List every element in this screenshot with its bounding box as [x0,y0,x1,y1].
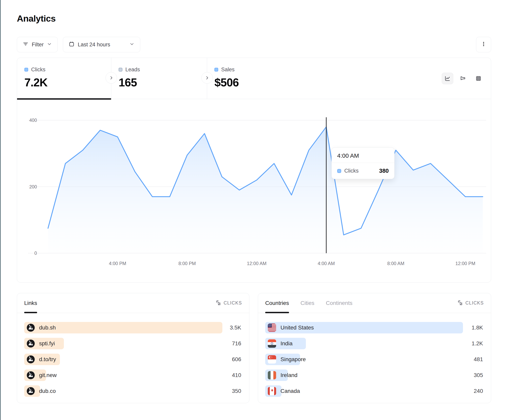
svg-text:12:00 PM: 12:00 PM [456,261,476,266]
tab-cities[interactable]: Cities [300,293,314,313]
tab-countries[interactable]: Countries [265,293,289,313]
svg-text:12:00 AM: 12:00 AM [247,261,266,266]
line-chart-view-button[interactable] [442,73,453,84]
tab-continents[interactable]: Continents [326,293,352,313]
filter-icon [22,41,29,48]
dub-logo-icon [27,324,35,332]
country-clicks: 481 [474,356,484,362]
chevron-down-icon [47,41,52,48]
clicks-area-chart[interactable]: 02004004:00 PM8:00 PM12:00 AM4:00 AM8:00… [17,99,491,282]
chart-canvas: 02004004:00 PM8:00 PM12:00 AM4:00 AM8:00… [17,99,491,282]
us-flag-icon [268,324,276,332]
link-clicks: 716 [232,340,242,347]
cursor-click-icon [457,300,463,306]
kebab-menu-icon [481,41,486,48]
leads-value: 165 [119,76,207,89]
chevron-down-icon [129,41,134,48]
stat-label: Sales [221,66,235,73]
singapore-flag-icon [268,355,276,363]
country-row-india[interactable]: India 1.2K [265,338,484,349]
funnel-view-button[interactable] [457,73,469,84]
stat-label: Clicks [31,66,45,73]
stats-expand-button[interactable] [105,72,117,84]
chart-view-toggles [442,73,484,84]
analytics-page: Analytics Filter Last 24 hours [0,0,508,403]
link-row-spti.fyi[interactable]: spti.fyi 716 [24,338,242,349]
metric-label: CLICKS [224,300,242,306]
dub-logo-icon [27,355,35,363]
stats-tabs: Clicks 7.2K Leads 165 Sales $506 [17,58,491,99]
country-row-singapore[interactable]: Singapore 481 [265,354,484,365]
link-row-dub.sh[interactable]: dub.sh 3.5K [24,322,242,333]
links-panel: Links CLICKS dub.sh [17,293,249,403]
metric-selector[interactable]: CLICKS [457,300,484,306]
sales-series-marker [214,68,218,72]
tooltip-series-label: Clicks [344,168,359,174]
tab-links[interactable]: Links [24,293,37,313]
link-clicks: 3.5K [230,325,242,331]
svg-text:400: 400 [29,118,37,123]
link-label: d.to/try [39,356,56,362]
country-clicks: 305 [474,372,484,378]
link-clicks: 410 [232,372,242,378]
toolbar: Filter Last 24 hours [17,37,491,52]
breakdown-panels: Links CLICKS dub.sh [17,293,491,403]
tooltip-value: 380 [379,168,388,174]
countries-panel-header: Countries Cities Continents CLICKS [258,293,491,313]
dub-logo-icon [27,340,35,348]
country-clicks: 240 [474,388,484,394]
dub-logo-icon [27,387,35,395]
cursor-click-icon [216,300,221,306]
dub-logo-icon [27,371,35,379]
tab-sales[interactable]: Sales $506 [207,58,491,99]
filter-button[interactable]: Filter [17,37,58,52]
tab-clicks[interactable]: Clicks 7.2K [17,58,111,99]
tooltip-time: 4:00 AM [332,148,394,163]
svg-text:8:00 AM: 8:00 AM [387,261,404,266]
canada-flag-icon [268,387,276,395]
more-options-button[interactable] [476,37,491,52]
leads-series-marker [119,68,122,72]
link-row-d.to/try[interactable]: d.to/try 606 [24,354,242,365]
link-row-git.new[interactable]: git.new 410 [24,369,242,381]
country-clicks: 1.8K [471,325,484,331]
clicks-series-marker [24,68,28,72]
date-range-button[interactable]: Last 24 hours [63,37,140,52]
country-row-ireland[interactable]: Ireland 305 [265,369,484,381]
ireland-flag-icon [268,371,276,379]
clicks-value: 7.2K [24,76,111,89]
tab-leads[interactable]: Leads 165 [111,58,207,99]
link-clicks: 350 [232,388,242,394]
svg-text:4:00 AM: 4:00 AM [318,261,335,266]
metric-label: CLICKS [465,300,484,306]
table-view-button[interactable] [473,73,484,84]
country-row-canada[interactable]: Canada 240 [265,385,484,397]
link-label: dub.sh [39,325,56,331]
stats-expand-button[interactable] [201,72,213,84]
link-row-dub.co[interactable]: dub.co 350 [24,385,242,397]
country-label: Ireland [280,372,298,378]
country-label: Canada [280,388,300,394]
calendar-icon [69,41,75,48]
svg-text:0: 0 [34,251,37,256]
link-label: dub.co [39,388,56,394]
filter-button-label: Filter [32,42,44,48]
window-edge-accent [0,0,0,420]
link-clicks: 606 [232,356,242,362]
countries-panel: Countries Cities Continents CLICKS [258,293,491,403]
india-flag-icon [268,339,276,348]
svg-text:8:00 PM: 8:00 PM [179,261,196,266]
svg-text:200: 200 [29,184,37,189]
country-label: Singapore [280,356,306,362]
countries-list: United States 1.8K India 1.2K [258,313,491,397]
chart-tooltip: 4:00 AM Clicks 380 [331,147,395,179]
svg-text:4:00 PM: 4:00 PM [109,261,126,266]
country-label: India [280,340,292,347]
links-panel-header: Links CLICKS [17,293,249,313]
stat-label: Leads [125,66,140,73]
metric-selector[interactable]: CLICKS [216,300,242,306]
country-clicks: 1.2K [471,340,484,347]
date-range-label: Last 24 hours [78,42,110,48]
country-row-united-states[interactable]: United States 1.8K [265,322,484,333]
link-label: spti.fyi [39,340,55,347]
